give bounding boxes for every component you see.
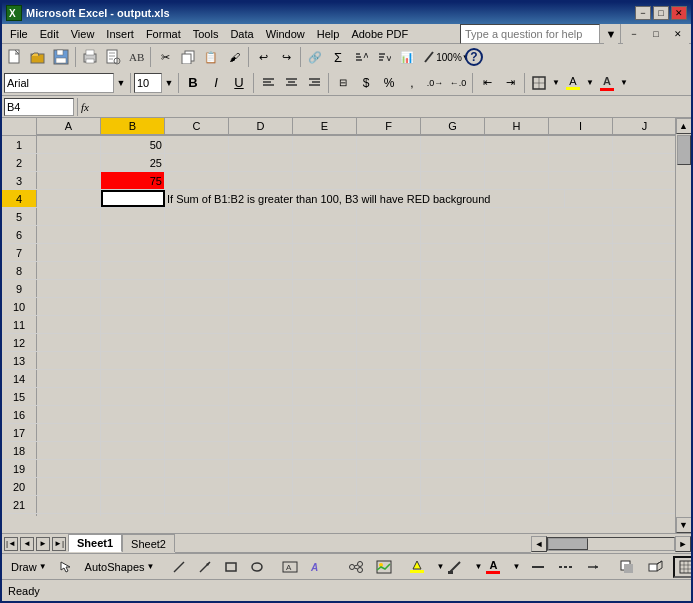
cell-a5[interactable] [37, 208, 101, 225]
cell-a4[interactable] [37, 190, 101, 207]
inner-restore-btn[interactable]: □ [645, 24, 667, 45]
col-header-a[interactable]: A [37, 118, 101, 135]
cell-b1[interactable]: 50 [101, 136, 165, 153]
font-color-btn[interactable]: A [596, 72, 618, 94]
row-num-3[interactable]: 3 [2, 172, 37, 189]
menu-file[interactable]: File [4, 26, 34, 42]
row-num-20[interactable]: 20 [2, 478, 37, 495]
cell-i1[interactable] [549, 136, 613, 153]
row-num-5[interactable]: 5 [2, 208, 37, 225]
align-center-btn[interactable] [280, 72, 302, 94]
font-size-input[interactable]: 10 [134, 73, 162, 93]
spell-btn[interactable]: ABC [125, 46, 147, 68]
scroll-track-h[interactable] [547, 537, 675, 551]
draw-btn[interactable]: Draw ▼ [6, 556, 52, 578]
scroll-down-btn[interactable]: ▼ [676, 517, 692, 533]
rect-btn[interactable] [219, 556, 243, 578]
tab-first-btn[interactable]: |◄ [4, 537, 18, 551]
zoom-dropdown-btn[interactable]: 100% ▼ [442, 46, 464, 68]
fill-color-draw-btn[interactable] [405, 556, 429, 578]
autosum-btn[interactable]: Σ [327, 46, 349, 68]
increase-decimal-btn[interactable]: .0→ [424, 72, 446, 94]
select-all-cell[interactable] [2, 118, 37, 135]
row-num-18[interactable]: 18 [2, 442, 37, 459]
cell-e2[interactable] [293, 154, 357, 171]
menu-adobe[interactable]: Adobe PDF [345, 26, 414, 42]
font-size-dropdown[interactable]: ▼ [163, 72, 175, 94]
cell-e3[interactable] [293, 172, 357, 189]
cell-i3[interactable] [549, 172, 613, 189]
cell-h1[interactable] [485, 136, 549, 153]
save-btn[interactable] [50, 46, 72, 68]
cell-i5[interactable] [549, 208, 613, 225]
sheet-tab-sheet2[interactable]: Sheet2 [122, 534, 175, 552]
cell-b4[interactable] [101, 190, 165, 207]
cell-g5[interactable] [421, 208, 485, 225]
sort-asc-btn[interactable] [350, 46, 372, 68]
maximize-button[interactable]: □ [653, 6, 669, 20]
row-num-2[interactable]: 2 [2, 154, 37, 171]
row-num-7[interactable]: 7 [2, 244, 37, 261]
new-btn[interactable] [4, 46, 26, 68]
cell-d5[interactable] [229, 208, 293, 225]
align-right-btn[interactable] [303, 72, 325, 94]
inner-minimize-btn[interactable]: − [623, 24, 645, 45]
cut-btn[interactable]: ✂ [154, 46, 176, 68]
borders-btn[interactable] [528, 72, 550, 94]
clipart-btn[interactable] [371, 556, 397, 578]
close-button[interactable]: ✕ [671, 6, 687, 20]
row-num-17[interactable]: 17 [2, 424, 37, 441]
formula-input[interactable] [93, 98, 689, 116]
menu-insert[interactable]: Insert [100, 26, 140, 42]
line-color-btn[interactable] [443, 556, 467, 578]
cell-j5[interactable] [613, 208, 675, 225]
format-painter-btn[interactable]: 🖌 [223, 46, 245, 68]
decrease-indent-btn[interactable]: ⇤ [476, 72, 498, 94]
bold-btn[interactable]: B [182, 72, 204, 94]
cell-d3[interactable] [229, 172, 293, 189]
cell-g3[interactable] [421, 172, 485, 189]
font-color-draw-btn[interactable]: A [481, 556, 505, 578]
menu-data[interactable]: Data [224, 26, 259, 42]
row-num-4[interactable]: 4 [2, 190, 37, 207]
font-color-draw-dropdown[interactable]: ▼ [507, 556, 517, 578]
cell-j3[interactable] [613, 172, 675, 189]
dash-style-btn[interactable] [553, 556, 579, 578]
col-header-f[interactable]: F [357, 118, 421, 135]
underline-btn[interactable]: U [228, 72, 250, 94]
line-btn[interactable] [167, 556, 191, 578]
menu-window[interactable]: Window [260, 26, 311, 42]
row-num-13[interactable]: 13 [2, 352, 37, 369]
borders-dropdown[interactable]: ▼ [551, 72, 561, 94]
cell-b2[interactable]: 25 [101, 154, 165, 171]
cell-j2[interactable] [613, 154, 675, 171]
cell-a2[interactable] [37, 154, 101, 171]
tab-last-btn[interactable]: ►| [52, 537, 66, 551]
font-name-dropdown[interactable]: ▼ [115, 72, 127, 94]
scroll-thumb-v[interactable] [677, 135, 691, 165]
cell-b3[interactable]: 75 [101, 172, 165, 189]
row-num-9[interactable]: 9 [2, 280, 37, 297]
cell-h5[interactable] [485, 208, 549, 225]
col-header-c[interactable]: C [165, 118, 229, 135]
cell-c5[interactable] [165, 208, 229, 225]
arrow-btn[interactable] [193, 556, 217, 578]
ask-dropdown-btn[interactable]: ▼ [604, 24, 618, 45]
horizontal-scrollbar[interactable]: ◄ ► [531, 534, 691, 553]
cell-d2[interactable] [229, 154, 293, 171]
col-header-e[interactable]: E [293, 118, 357, 135]
menu-view[interactable]: View [65, 26, 101, 42]
scroll-right-btn[interactable]: ► [675, 536, 691, 552]
row-num-14[interactable]: 14 [2, 370, 37, 387]
ask-question-input[interactable] [460, 24, 600, 44]
cell-j1[interactable] [613, 136, 675, 153]
3d-btn[interactable] [643, 556, 669, 578]
scroll-track-v[interactable] [676, 134, 691, 517]
font-name-input[interactable]: Arial [4, 73, 114, 93]
align-left-btn[interactable] [257, 72, 279, 94]
chart-btn[interactable]: 📊 [396, 46, 418, 68]
cell-g1[interactable] [421, 136, 485, 153]
cell-h2[interactable] [485, 154, 549, 171]
menu-format[interactable]: Format [140, 26, 187, 42]
increase-indent-btn[interactable]: ⇥ [499, 72, 521, 94]
